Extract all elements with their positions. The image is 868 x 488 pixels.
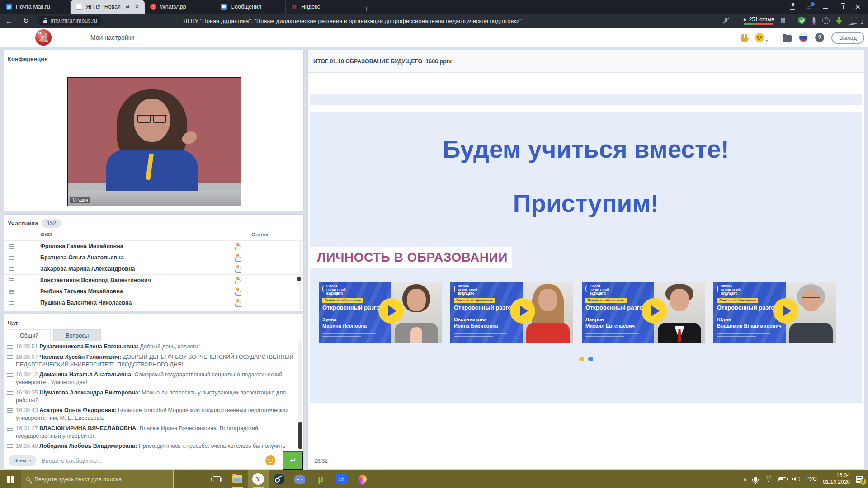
search-icon	[26, 477, 30, 481]
scrollbar-thumb[interactable]	[297, 277, 301, 281]
message-menu-icon[interactable]	[7, 427, 13, 431]
reviews-badge[interactable]: ★251 отзыв	[742, 17, 774, 25]
tab-general[interactable]: Общий	[8, 329, 51, 341]
taskbar-discord[interactable]	[289, 470, 310, 488]
participant-row[interactable]: Фролова Галина Михайловна	[4, 240, 303, 252]
video-card[interactable]: ШКОЛА ПРОФЕССИЙ БУДУЩЕГО Личность в обра…	[450, 282, 573, 343]
bookmark-flag-icon[interactable]	[781, 18, 785, 24]
play-button-icon[interactable]	[642, 298, 667, 324]
menu-my-settings[interactable]: Мои настройки	[90, 34, 135, 41]
translate-globe-icon[interactable]	[822, 17, 830, 24]
participant-row[interactable]: Братцева Ольга Анатольевна	[4, 252, 303, 263]
language-flag-icon[interactable]	[799, 33, 808, 42]
microphone-off-icon[interactable]	[723, 17, 729, 25]
minimize-icon[interactable]	[823, 8, 828, 9]
volume-icon[interactable]	[792, 477, 800, 481]
row-menu-icon[interactable]	[9, 278, 14, 282]
tab-messages[interactable]: Сообщения	[215, 0, 286, 14]
chat-messages[interactable]: 16:25:51 Рукавишникова Елена ЕвгеньевнаД…	[4, 341, 297, 451]
taskbar-paint-app[interactable]	[352, 470, 373, 488]
pagination-dot-active[interactable]	[579, 357, 584, 361]
language-indicator[interactable]: РУС	[806, 476, 817, 482]
participants-scrollbar[interactable]	[299, 239, 302, 309]
tray-microphone-icon[interactable]	[754, 477, 757, 482]
message-menu-icon[interactable]	[7, 391, 13, 395]
back-icon[interactable]: ←	[0, 17, 18, 25]
iro-logo[interactable]: И Р О	[35, 29, 52, 46]
taskbar-steam[interactable]	[269, 470, 289, 488]
protect-shield-icon[interactable]	[798, 17, 806, 25]
chat-panel: Чат Общий Вопросы 16:25:51 Рукавишникова…	[4, 314, 304, 470]
participant-row[interactable]: Пушкина Валентина Николаевна	[4, 297, 303, 308]
message-menu-icon[interactable]	[7, 355, 13, 359]
clock[interactable]: 16:34 01.10.2020	[823, 472, 850, 486]
raise-hand-icon[interactable]	[741, 37, 748, 42]
exit-button[interactable]: Выход	[831, 32, 864, 44]
emoji-picker-icon[interactable]	[265, 455, 275, 465]
tab-audio-icon[interactable]	[126, 5, 131, 9]
battery-icon[interactable]	[778, 477, 786, 481]
row-menu-icon[interactable]	[9, 256, 14, 260]
video-card[interactable]: ШКОЛА ПРОФЕССИЙ БУДУЩЕГО Личность в обра…	[713, 282, 836, 343]
files-folder-icon[interactable]	[783, 35, 792, 42]
downloads-icon[interactable]: ↓	[861, 17, 864, 24]
emoji-status-icon[interactable]	[755, 33, 764, 42]
message-menu-icon[interactable]	[7, 373, 13, 377]
chat-scrollbar-thumb[interactable]	[298, 422, 302, 449]
participant-row[interactable]: Константинов Всеволод Валентинович	[4, 274, 303, 286]
chat-message-input[interactable]	[42, 457, 260, 464]
tab-webinar-active[interactable]: ЯГПУ "Новая дидак ✕	[71, 0, 145, 14]
tab-label: WhatsApp	[160, 4, 209, 10]
tray-chevron-up-icon[interactable]: ∧	[743, 476, 747, 482]
message-menu-icon[interactable]	[7, 345, 13, 349]
help-icon[interactable]: ?	[815, 33, 824, 42]
row-menu-icon[interactable]	[9, 301, 14, 305]
message-menu-icon[interactable]	[7, 444, 13, 448]
play-button-icon[interactable]	[773, 298, 798, 324]
recipient-dropdown[interactable]: Всем▾	[9, 455, 36, 466]
turbo-feather-icon[interactable]	[811, 16, 817, 25]
bookmarks-panel-icon[interactable]	[790, 4, 795, 10]
video-card[interactable]: ШКОЛА ПРОФЕССИЙ БУДУЩЕГО Личность в обра…	[582, 282, 705, 343]
restore-icon[interactable]	[840, 5, 844, 9]
play-button-icon[interactable]	[510, 298, 535, 324]
message-menu-icon[interactable]	[7, 408, 13, 413]
taskbar-yandex-browser[interactable]: Y	[248, 470, 269, 488]
send-message-button[interactable]: ↵	[283, 451, 303, 470]
video-card[interactable]: ШКОЛА ПРОФЕССИЙ БУДУЩЕГО Личность в обра…	[319, 282, 442, 343]
participant-row[interactable]: Захарова Марина Александровна	[4, 263, 303, 274]
row-menu-icon[interactable]	[9, 244, 14, 249]
tab-mail[interactable]: @ Почта Mail.ru	[0, 0, 71, 14]
url-box[interactable]: mf9.miranimbus.ru	[38, 16, 103, 26]
wifi-icon[interactable]	[764, 476, 773, 482]
downloader-arrow-icon[interactable]	[836, 17, 843, 25]
taskbar-search[interactable]	[21, 470, 174, 488]
lock-icon	[43, 20, 47, 23]
row-menu-icon[interactable]	[9, 267, 14, 271]
viewer-status-icon	[235, 277, 241, 284]
yandex-browser-icon: Y	[252, 473, 264, 485]
close-icon[interactable]: ✕	[855, 3, 861, 11]
tab-yandex[interactable]: Я Яндекс	[286, 0, 356, 14]
pagination-dot[interactable]	[588, 357, 593, 361]
page-title: ЯГПУ "Новая дидактика". "Новые дидактиче…	[183, 18, 651, 24]
slide[interactable]: Будем учиться вместе! Приступим! ЛИЧНОСТ…	[310, 112, 862, 403]
notification-center-icon[interactable]: 2	[856, 476, 863, 483]
participant-row[interactable]: Рыбина Татьяна Михайловна	[4, 286, 303, 297]
task-view-button[interactable]	[206, 470, 227, 488]
tab-questions[interactable]: Вопросы	[53, 329, 101, 341]
browser-menu-icon[interactable]: ☰	[807, 4, 812, 10]
refresh-icon[interactable]: ↻	[18, 17, 34, 25]
tab-close-icon[interactable]: ✕	[135, 4, 139, 10]
tab-whatsapp[interactable]: ! WhatsApp	[145, 0, 215, 14]
new-tab-button[interactable]: +	[362, 5, 372, 14]
taskbar-explorer[interactable]	[227, 470, 248, 488]
speaker-video[interactable]: Студия	[67, 77, 241, 206]
taskbar-teamviewer[interactable]: ⇄	[331, 470, 352, 488]
play-button-icon[interactable]	[378, 298, 404, 324]
taskbar-search-input[interactable]	[34, 476, 168, 483]
collections-icon[interactable]	[849, 19, 854, 25]
row-menu-icon[interactable]	[9, 290, 14, 294]
start-button[interactable]	[0, 470, 21, 488]
taskbar-utorrent[interactable]: µ	[310, 470, 331, 488]
